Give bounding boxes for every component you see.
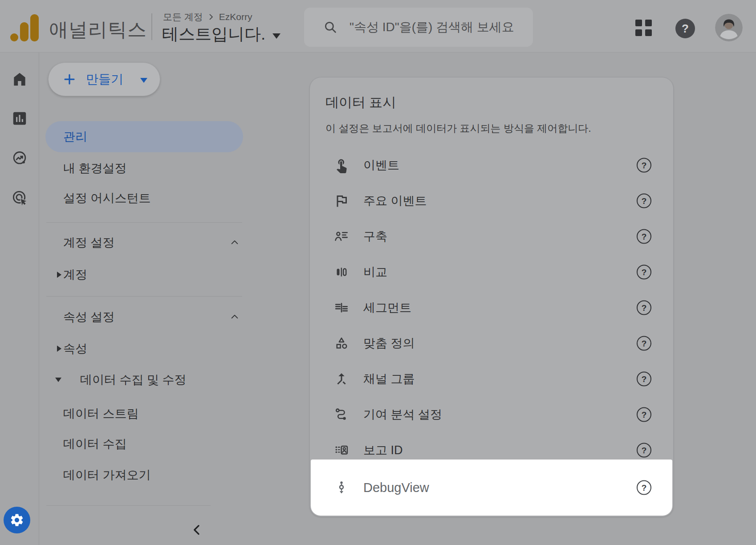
debugview-spotlight: DebugView [311,460,672,516]
row-label: 기여 분석 설정 [363,407,442,423]
nav-item-label: 속성 [63,341,87,357]
collapse-arrow-icon[interactable] [55,378,61,382]
expand-arrow-icon[interactable] [57,346,61,352]
nav-item-data-collect[interactable]: 데이터 수집 [39,428,253,460]
chevron-right-icon [207,12,215,21]
nav-divider [46,505,211,506]
row-custom-definitions[interactable]: 맞춤 정의 [310,325,673,361]
row-comparisons[interactable]: 비교 [310,254,673,290]
help-circle-icon[interactable] [637,372,651,386]
admin-settings-button[interactable] [4,507,30,533]
breadcrumb-all-accounts[interactable]: 모든 계정 [163,11,203,23]
brand-title: 애널리틱스 [49,17,147,43]
row-label: 이벤트 [363,157,399,173]
row-debugview[interactable]: DebugView [311,470,672,505]
home-icon[interactable] [11,71,28,88]
create-button[interactable]: 만들기 [48,62,160,96]
row-label: 보고 ID [363,442,403,458]
gear-icon [9,512,24,528]
apps-grid-icon[interactable] [635,20,652,36]
row-events[interactable]: 이벤트 [310,147,673,183]
chevron-left-icon [191,523,204,537]
avatar[interactable] [715,14,743,41]
help-circle-icon[interactable] [637,265,651,280]
nav-item-data-collection[interactable]: 데이터 수집 및 수정 [39,364,253,395]
nav-item-account[interactable]: 계정 [39,259,253,290]
chevron-up-icon[interactable] [230,312,240,322]
data-display-card: 데이터 표시 이 설정은 보고서에 데이터가 표시되는 방식을 제어합니다. 이… [309,77,674,517]
row-label: 구축 [363,228,387,244]
property-title[interactable]: 테스트입니다. [162,23,265,45]
nav-item-data-import[interactable]: 데이터 가져오기 [39,460,253,491]
help-icon[interactable] [675,19,695,38]
chevron-down-icon[interactable] [140,78,147,83]
nav-item-setup-assistant[interactable]: 설정 어시스턴트 [39,183,253,214]
reports-icon[interactable] [11,110,28,127]
help-circle-icon[interactable] [637,301,651,315]
nav-item-label: 데이터 가져오기 [63,467,151,483]
chevron-down-icon [272,33,280,39]
card-title: 데이터 표시 [325,94,396,112]
flag-icon [333,193,350,209]
touch-icon [333,157,350,173]
analytics-logo-icon [30,14,39,41]
attribution-icon [333,407,350,423]
row-audiences[interactable]: 구축 [310,219,673,254]
avatar-photo [715,14,743,41]
help-circle-icon[interactable] [637,194,651,208]
nav-divider [46,296,242,297]
compare-icon [333,264,350,280]
search-input[interactable] [350,20,528,34]
nav-item-label: 데이터 수집 [63,436,127,452]
nav-item-label: 내 환경설정 [63,160,127,176]
help-circle-icon[interactable] [637,480,651,495]
nav-item-data-streams[interactable]: 데이터 스트림 [39,398,253,429]
analytics-logo-icon [10,33,18,41]
nav-item-admin[interactable]: 관리 [45,121,243,152]
section-property-settings[interactable]: 속성 설정 [39,301,253,333]
collapse-nav-button[interactable] [186,519,208,541]
help-circle-icon[interactable] [637,443,651,458]
row-label: 세그먼트 [363,300,411,316]
chevron-up-icon[interactable] [230,238,240,248]
advertising-icon[interactable] [11,189,28,206]
plus-icon [63,73,76,86]
section-label: 속성 설정 [63,309,115,325]
help-circle-icon[interactable] [637,229,651,244]
search-bar[interactable] [304,8,533,47]
row-segments[interactable]: 세그먼트 [310,290,673,325]
topbar-divider [151,13,152,40]
nav-item-label: 데이터 수집 및 수정 [80,372,187,388]
breadcrumb-account[interactable]: EzKorry [219,12,252,22]
top-bar: 애널리틱스 모든 계정 EzKorry 테스트입니다. [0,0,756,53]
row-label: DebugView [363,480,429,495]
section-account-settings[interactable]: 계정 설정 [39,227,253,258]
explore-icon[interactable] [11,150,28,167]
admin-nav: 만들기 관리 내 환경설정 설정 어시스턴트 계정 설정 계정 속성 설정 [39,53,253,545]
ga-admin-page: 애널리틱스 모든 계정 EzKorry 테스트입니다. [0,0,756,545]
row-channel-groups[interactable]: 채널 그룹 [310,361,673,397]
nav-item-label: 계정 [63,267,87,283]
breadcrumb[interactable]: 모든 계정 EzKorry [163,11,252,23]
merge-icon [333,371,350,387]
help-circle-icon[interactable] [637,336,651,351]
property-selector[interactable]: 테스트입니다. [162,23,280,45]
nav-item-label: 설정 어시스턴트 [63,190,151,206]
nav-item-label: 데이터 스트림 [63,406,139,422]
nav-item-label: 관리 [63,129,87,145]
shapes-icon [333,335,350,351]
row-label: 맞춤 정의 [363,335,415,351]
nav-item-preferences[interactable]: 내 환경설정 [39,153,253,184]
row-label: 주요 이벤트 [363,193,427,209]
left-rail [0,53,39,545]
nav-item-property[interactable]: 속성 [39,333,253,364]
expand-arrow-icon[interactable] [57,272,61,278]
analytics-logo-icon [20,22,28,41]
help-circle-icon[interactable] [637,158,651,173]
section-label: 계정 설정 [63,235,115,251]
debugview-icon [333,480,350,496]
help-circle-icon[interactable] [637,407,651,422]
row-key-events[interactable]: 주요 이벤트 [310,183,673,219]
row-attribution-settings[interactable]: 기여 분석 설정 [310,397,673,432]
segment-icon [333,300,350,316]
